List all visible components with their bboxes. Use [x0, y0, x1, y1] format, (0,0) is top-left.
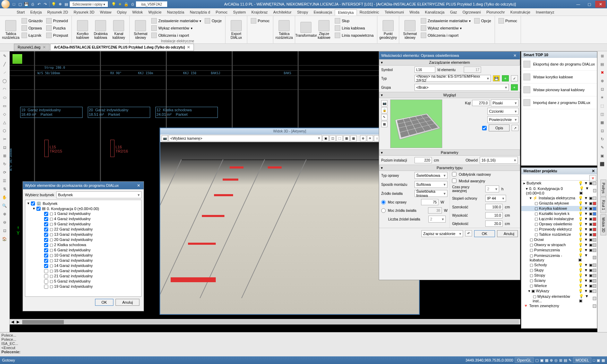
tree-item[interactable]: ▢ Łączniki instalacyjne💡 ▼ ▣ [521, 216, 597, 222]
tool-icon[interactable]: ☀ [598, 94, 606, 101]
menu-ewakuacja[interactable]: Ewakuacja [311, 9, 335, 15]
tool-icon[interactable]: ▣ [598, 152, 606, 159]
type-match-icon[interactable]: ✓ [511, 75, 518, 81]
ribbon-button[interactable]: Pomoc [497, 17, 519, 24]
qat-print-icon[interactable]: ⎙ [30, 1, 35, 7]
tool-icon[interactable]: ▦ [598, 119, 606, 126]
tool-icon[interactable]: 🏠 [1, 235, 8, 243]
v3d-btn[interactable]: ▩ [350, 135, 357, 141]
raster-check[interactable] [452, 172, 456, 176]
ribbon-button[interactable]: Linia napowietrzna [333, 32, 375, 39]
power-input[interactable] [421, 199, 438, 205]
tool-icon[interactable]: ⬚ [598, 102, 606, 110]
qat-bulb-icon[interactable]: 💡 [51, 1, 57, 7]
tree-item[interactable]: ▸ Budynek💡 ▼ ▣ [521, 181, 597, 186]
ribbon-button[interactable]: Linia kablowa [333, 25, 375, 32]
side-tab[interactable]: Widok 3D [600, 214, 606, 235]
tool-icon[interactable]: ✎ [598, 144, 606, 151]
group-add-button[interactable]: + [511, 84, 518, 90]
minimize-button[interactable]: — [573, 1, 583, 8]
app-logo[interactable] [1, 0, 10, 8]
tree-item[interactable]: ▢ Tablice rozdzielcze💡 ▼ ▣ [521, 232, 597, 237]
qat-layer-input[interactable]: isa_V58F2A2 [136, 1, 167, 7]
ribbon-button[interactable]: Opcje [203, 17, 223, 24]
tool-icon[interactable]: ⊞ [1, 152, 8, 159]
menu-woda[interactable]: Woda [407, 9, 422, 15]
width-input[interactable] [485, 204, 503, 210]
qat-redo-icon[interactable]: ↷ [42, 1, 48, 7]
ribbon-button[interactable]: Opcje [473, 17, 493, 24]
tree-item[interactable]: ▢ Przewody elektrycz💡 ▼ ▣ [521, 227, 597, 232]
close-button[interactable]: ✕ [595, 1, 606, 8]
close-icon[interactable]: ✕ [512, 52, 518, 59]
tree-item[interactable]: ▢ 4 Garaż indywidualny [26, 216, 140, 222]
ribbon-button[interactable]: Puszka [45, 25, 69, 32]
qat-open-icon[interactable]: ▢ [17, 1, 23, 7]
tree-item[interactable]: ▢ 19 Garaż indywidualny [26, 284, 140, 289]
opengl-button[interactable]: OpenGL [515, 357, 534, 363]
ribbon-button[interactable]: Wykaz elementów ▾ [150, 25, 203, 32]
menu-piorunochr[interactable]: Piorunochr [484, 9, 507, 15]
ribbon-button[interactable]: Przepust [45, 32, 69, 39]
status-icon[interactable]: □ [593, 358, 595, 362]
menu-start[interactable]: Start [14, 9, 27, 15]
menu-narządzia d[interactable]: Narządzia d [187, 9, 213, 15]
power-radio[interactable] [381, 200, 386, 205]
tree-item[interactable]: ▢ Wykazy elementów inst...💡 ▼ ▣ [521, 294, 597, 303]
tree-item[interactable]: ▢ Oprawy oświetlenio💡 ▼ ▣ [521, 222, 597, 227]
qat-sun-icon[interactable]: ☀ [117, 1, 123, 7]
srcpower-radio[interactable] [381, 208, 386, 213]
menu-system[interactable]: System [230, 9, 249, 15]
qat-save-icon[interactable]: 💾 [24, 1, 29, 7]
tree-item[interactable]: ▾ 0. 0. Kondygnacja 0 (±0.00=0.0💡 ▼ ▣ [521, 186, 597, 196]
desc-check[interactable] [482, 126, 487, 130]
ribbon-button[interactable]: ExportDIALux [228, 17, 245, 43]
hscroll[interactable]: ◀▶ [10, 319, 520, 324]
tool-icon[interactable]: ↻ [598, 135, 606, 143]
close-icon[interactable]: ✕ [135, 182, 142, 189]
tool-icon[interactable]: ⇅ [1, 185, 8, 193]
height-input[interactable] [485, 212, 503, 218]
fixtype-combo[interactable]: Świetlówkowa▾ [414, 172, 447, 179]
menu-krajobraz[interactable]: Krajobraz [249, 9, 271, 15]
ribbon-button[interactable]: Transformator [297, 17, 315, 43]
side-tab[interactable]: Podrys [600, 180, 606, 197]
qat-freeze-icon[interactable]: ❄ [57, 1, 63, 7]
tree-item[interactable]: ▢ Stropy💡 ▼ ▣ [521, 273, 597, 278]
menu-edycja[interactable]: Edycja [27, 9, 44, 15]
cancel-button[interactable]: Anuluj [116, 299, 139, 306]
tree-item[interactable]: ▢ Ściany💡 ▼ ▣ [521, 278, 597, 283]
menu-opisy[interactable]: Opisy [114, 9, 129, 15]
tree-item[interactable]: ▢ 12 Garaż indywidualny [26, 258, 140, 263]
light-combo[interactable]: Świetlówka liniowa▾ [414, 190, 447, 197]
tree-item[interactable]: ▢ 21 Garaż indywidualny [26, 274, 140, 279]
ribbon-button[interactable]: Oprawa [20, 25, 44, 32]
desc-ext-icon[interactable]: ↗ [512, 125, 519, 131]
ribbon-button[interactable]: Zestawienie materiałów ▾ [419, 17, 472, 24]
cam-icon[interactable]: 📷 [162, 135, 168, 141]
ribbon-button[interactable]: Złączekablowe [315, 17, 333, 43]
model-button[interactable]: MODEL [573, 357, 591, 363]
v3d-btn[interactable]: ⬚ [336, 135, 343, 141]
undo-icon[interactable]: ↶ [465, 230, 472, 236]
tool-icon[interactable]: ⊡ [598, 85, 606, 93]
tree-item[interactable]: ▾ ⚡ Instalacja elektryczna💡 ▼ ▣ [521, 196, 597, 201]
ribbon-button[interactable]: Korytkokablowe [74, 17, 91, 43]
menu-telekomuni[interactable]: Telekomuni [382, 9, 407, 15]
pen-icon[interactable]: ✎ [381, 114, 387, 120]
filter-icon[interactable]: 🔻 [589, 175, 596, 181]
tool-icon[interactable]: ⊡ [1, 144, 8, 151]
qat-bulb2-icon[interactable]: 💡 [111, 1, 117, 7]
tree-item[interactable]: ▢ Słupy💡 ▼ ▣ [521, 268, 597, 273]
tool-icon[interactable]: ◇ [1, 110, 8, 118]
v3d-btn[interactable]: ▣ [323, 135, 329, 141]
menu-stropy[interactable]: Stropy [294, 9, 311, 15]
ribbon-button[interactable]: Schematideowy [132, 17, 149, 43]
tool-icon[interactable]: ✋ [1, 193, 8, 201]
tool-icon[interactable]: △ [1, 119, 8, 126]
menu-wyjście[interactable]: Wyjście [146, 9, 164, 15]
status-icon[interactable]: ▤ [564, 358, 567, 363]
tree-item[interactable]: ▢ 22 Garaż indywidualny [26, 227, 140, 232]
tree-item[interactable]: ▢ 10 Garaż indywidualny [26, 253, 140, 258]
project-tree[interactable]: ▸ Budynek💡 ▼ ▣ ▾ 0. 0. Kondygnacja 0 (±0… [521, 181, 597, 327]
